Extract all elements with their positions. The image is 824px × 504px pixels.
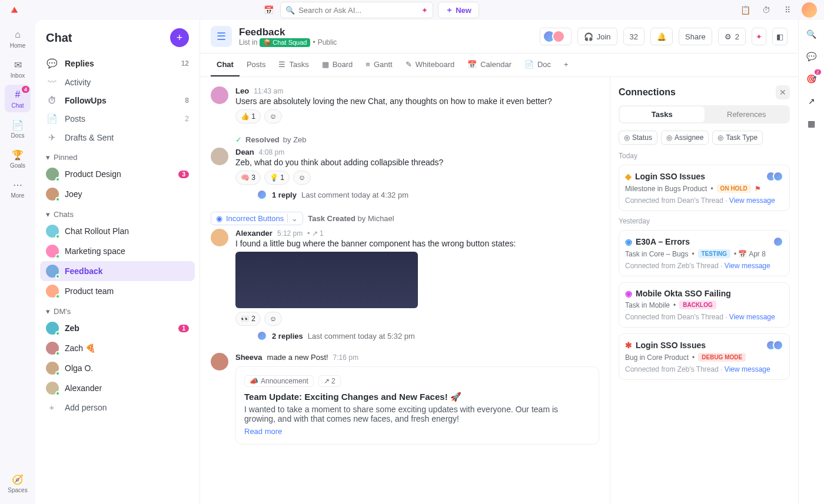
panel-tab-tasks[interactable]: Tasks (620, 106, 705, 122)
thread-reply-link[interactable]: 2 repliesLast comment today at 5:32 pm (260, 331, 599, 341)
connection-card[interactable]: ✱Login SSO Issues Bug in Core Product • … (619, 333, 790, 380)
search-panel-icon[interactable]: 🔍 (805, 27, 819, 41)
filter-task-type[interactable]: ◎Task Type (712, 131, 763, 145)
sidebar-item-followups[interactable]: ⏱FollowUps8 (35, 91, 200, 109)
member-count[interactable]: 32 (623, 28, 644, 45)
ai-button[interactable]: ✦ (752, 28, 766, 45)
panel-toggle-button[interactable]: ◧ (772, 28, 788, 45)
apps-grid-icon[interactable]: ⠿ (780, 3, 795, 17)
tab-posts[interactable]: Posts (241, 54, 272, 76)
task-pill[interactable]: ◉Incorrect Buttons ⌄ (211, 212, 303, 225)
author-name[interactable]: Sheeva (235, 353, 263, 362)
reaction[interactable]: 💡 1 (264, 171, 290, 185)
section-pinned[interactable]: ▾Pinned (35, 147, 200, 164)
author-name[interactable]: Leo (235, 86, 249, 95)
sidebar-row-zeb[interactable]: Zeb1 (35, 318, 200, 338)
rail-item-inbox[interactable]: ✉Inbox (5, 55, 31, 82)
calendar-icon[interactable]: 📅 (261, 3, 275, 17)
avatar[interactable] (211, 353, 228, 371)
filter-status[interactable]: ◎Status (619, 131, 657, 145)
avatar[interactable] (211, 229, 228, 246)
avatar[interactable] (211, 86, 228, 104)
sidebar-item-drafts-&-sent[interactable]: ✈Drafts & Sent (35, 128, 200, 147)
sidebar-row-marketing-space[interactable]: Marketing space (35, 241, 200, 261)
add-reaction-button[interactable]: ☺ (293, 171, 311, 185)
panel-tab-references[interactable]: References (705, 106, 789, 122)
targets-panel-icon[interactable]: 🎯2 (805, 72, 819, 86)
tab-whiteboard[interactable]: ✎Whiteboard (400, 54, 460, 76)
add-reaction-button[interactable]: ☺ (264, 109, 282, 124)
sidebar-item-activity[interactable]: 〰Activity (35, 73, 200, 91)
connection-card[interactable]: ◉Mobile Okta SSO Failing Task in Mobile … (619, 282, 790, 328)
automation-button[interactable]: ⚙2 (718, 28, 746, 45)
add-view-button[interactable]: + (558, 54, 574, 76)
user-avatar[interactable] (802, 2, 817, 18)
rail-item-spaces[interactable]: 🧭Spaces (5, 469, 31, 497)
tab-tasks[interactable]: ☰Tasks (273, 54, 314, 76)
tab-board[interactable]: ▦Board (316, 54, 359, 76)
reaction[interactable]: 👍 1 (235, 109, 261, 124)
connection-card[interactable]: ◉E30A – Errors Task in Core – Bugs • TES… (619, 230, 790, 276)
view-message-link[interactable]: View message (725, 365, 770, 373)
share-button[interactable]: Share (679, 28, 712, 45)
author-name[interactable]: Alexander (235, 229, 273, 238)
add-person-button[interactable]: +Add person (35, 398, 200, 416)
sidebar-item-replies[interactable]: 💬Replies12 (35, 54, 200, 73)
view-message-link[interactable]: View message (729, 196, 775, 205)
image-attachment[interactable] (235, 252, 418, 308)
author-name[interactable]: Dean (235, 148, 254, 156)
reaction[interactable]: 🧠 3 (235, 171, 261, 185)
sidebar-row-product-team[interactable]: Product team (35, 281, 200, 301)
thread-reply-link[interactable]: 1 replyLast comment today at 4:32 pm (260, 189, 599, 200)
sidebar-row-chat-rollout-plan[interactable]: Chat Rollout Plan (35, 221, 200, 241)
tab-chat[interactable]: Chat (211, 54, 240, 76)
sidebar-row-product-design[interactable]: Product Design3 (35, 164, 200, 184)
rail-item-more[interactable]: ⋯More (5, 175, 31, 202)
tab-gantt[interactable]: ≡Gantt (360, 54, 398, 76)
space-chip[interactable]: 📦Chat Squad (260, 38, 310, 47)
members-avatars[interactable] (540, 28, 572, 45)
avatar[interactable] (211, 148, 228, 165)
read-more-link[interactable]: Read more (244, 427, 282, 436)
sidebar-item-posts[interactable]: 📄Posts2 (35, 109, 200, 128)
rail-item-chat[interactable]: #Chat4 (5, 85, 31, 112)
sidebar-row-zach-[interactable]: Zach 🍕 (35, 338, 200, 358)
post-card[interactable]: 📣Announcement↗ 2 Team Update: Exciting C… (235, 366, 599, 445)
apps-panel-icon[interactable]: ▦ (805, 116, 819, 131)
comments-panel-icon[interactable]: 💬 (805, 49, 819, 64)
card-subtitle: Milestone in Bugs Product (625, 185, 707, 193)
link-panel-icon[interactable]: ↗ (805, 94, 819, 108)
chevron-down-icon[interactable]: ⌄ (287, 214, 298, 223)
sidebar-row-joey[interactable]: Joey (35, 184, 200, 204)
card-subtitle: Task in Mobile (625, 301, 670, 309)
sidebar-row-feedback[interactable]: Feedback (40, 261, 195, 281)
view-message-link[interactable]: View message (725, 262, 770, 270)
right-rail: 🔍 💬 🎯2 ↗ ▦ (798, 20, 824, 504)
rail-item-docs[interactable]: 📄Docs (5, 115, 31, 142)
reaction[interactable]: 👀 2 (235, 312, 261, 326)
sidebar-row-alexander[interactable]: Alexander (35, 378, 200, 398)
section-dms[interactable]: ▾DM's (35, 301, 200, 318)
rail-item-goals[interactable]: 🏆Goals (5, 145, 31, 172)
global-search-input[interactable]: 🔍 Search or Ask AI... ✦ (280, 2, 433, 18)
message: Leo11:43 am Users are absolutely loving … (211, 86, 599, 124)
new-button[interactable]: ＋ New (438, 2, 479, 18)
new-chat-button[interactable]: + (170, 28, 189, 47)
connection-card[interactable]: ◆Login SSO Issues Milestone in Bugs Prod… (619, 165, 790, 211)
clipboard-icon[interactable]: 📋 (738, 3, 752, 17)
rail-item-home[interactable]: ⌂Home (5, 25, 31, 52)
tab-doc[interactable]: 📄Doc (519, 54, 557, 76)
close-panel-button[interactable]: ✕ (776, 85, 790, 99)
stopwatch-icon[interactable]: ⏱ (759, 3, 773, 17)
join-button[interactable]: 🎧Join (577, 28, 617, 45)
app-logo[interactable]: 🔺 (7, 3, 21, 17)
filter-icon: ◎ (624, 133, 630, 142)
view-message-link[interactable]: View message (729, 313, 775, 321)
avatar (46, 342, 59, 355)
add-reaction-button[interactable]: ☺ (264, 312, 282, 326)
section-chats[interactable]: ▾Chats (35, 204, 200, 221)
notifications-button[interactable]: 🔔 (650, 28, 673, 45)
filter-assignee[interactable]: ◎Assignee (661, 131, 709, 145)
sidebar-row-olga-o-[interactable]: Olga O. (35, 358, 200, 378)
tab-calendar[interactable]: 📅Calendar (461, 54, 517, 76)
